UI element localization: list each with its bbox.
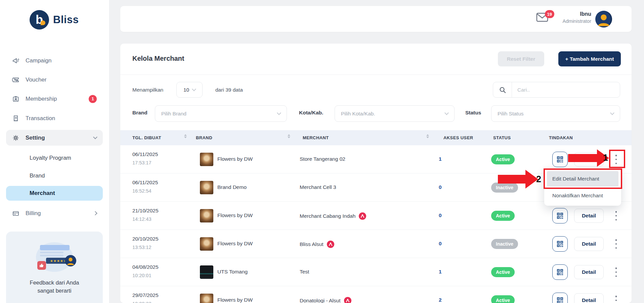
merchant-name: Store Tangerang 02: [300, 156, 345, 162]
user-name: Ibnu: [563, 11, 591, 17]
merchant-name: Test: [300, 269, 309, 275]
kota-filter-select[interactable]: Pilih Kota/Kab.: [335, 105, 455, 122]
app-logo[interactable]: b Bliss: [30, 10, 79, 30]
reset-filter-button[interactable]: Reset Filter: [498, 51, 544, 66]
sidebar-item-setting[interactable]: Setting: [6, 130, 103, 146]
detail-button[interactable]: Detail: [574, 293, 604, 303]
sort-toggle[interactable]: [426, 134, 429, 138]
qr-code-button[interactable]: [552, 152, 568, 167]
created-date: 06/11/2025: [132, 180, 158, 186]
menu-item-nonaktifkan-merchant[interactable]: Nonaktifkan Merchant: [547, 188, 618, 203]
created-date: 20/10/2025: [132, 236, 159, 242]
akses-user-count: 0: [439, 212, 442, 218]
brand-name: Flowers by DW: [217, 156, 253, 162]
kebab-menu-button[interactable]: [613, 267, 619, 277]
brand-logo: [200, 294, 213, 303]
search-icon: [493, 82, 512, 97]
qr-code-button[interactable]: [552, 208, 568, 223]
sidebar-item-transaction[interactable]: Transaction: [6, 110, 103, 126]
col-status: STATUS: [493, 135, 511, 140]
kebab-menu-button[interactable]: [613, 295, 619, 303]
sidebar-subitem-label: Loyalty Program: [30, 155, 71, 161]
created-date: 06/11/2025: [132, 151, 158, 157]
search-input[interactable]: [512, 87, 620, 93]
created-time: 10:20:01: [132, 273, 151, 278]
feedback-text: Feedback dari Anda sangat berarti: [6, 279, 103, 295]
sidebar-item-campaign[interactable]: Campaign: [6, 53, 103, 68]
qr-code-icon: [556, 268, 564, 276]
add-merchant-button[interactable]: + Tambah Merchant: [558, 51, 621, 66]
created-date: 04/08/2025: [132, 264, 159, 270]
voucher-icon: [12, 76, 19, 84]
sort-toggle[interactable]: [184, 134, 187, 138]
status-filter-label: Status: [465, 110, 481, 116]
brand-name: UTS Tomang: [217, 269, 248, 275]
qr-code-button[interactable]: [552, 264, 568, 280]
created-time: 13:53:12: [132, 245, 151, 250]
merchant-name: Merchant Cell 3: [300, 184, 336, 190]
membership-badge: 1: [89, 95, 97, 103]
brand-name: Flowers by DW: [217, 241, 253, 247]
created-time: 17:53:17: [132, 160, 151, 165]
sidebar-item-label: Transaction: [26, 115, 97, 122]
divider: [120, 74, 632, 75]
col-merchant: MERCHANT: [303, 135, 329, 140]
brand-filter-label: Brand: [132, 110, 147, 116]
gear-icon: [12, 134, 19, 142]
sidebar-item-label: Setting: [26, 135, 88, 141]
user-info: Ibnu Administrator: [563, 11, 591, 24]
feedback-illustration: ★★★★★: [33, 241, 76, 272]
akses-user-count: 1: [439, 156, 442, 162]
sort-toggle[interactable]: [288, 134, 290, 138]
credit-card-icon: [12, 210, 19, 217]
merchant-name: Merchant Cabang Indah: [300, 212, 366, 220]
sidebar-item-membership[interactable]: Membership 1: [6, 91, 103, 107]
kebab-menu-button[interactable]: [613, 210, 619, 221]
qr-code-button[interactable]: [552, 293, 568, 303]
status-badge: Inactive: [491, 183, 518, 193]
detail-button[interactable]: Detail: [574, 265, 604, 279]
detail-button[interactable]: Detail: [574, 237, 604, 251]
table-row: 04/08/2025 10:20:01 UTS Tomang Test 1 Ac…: [120, 258, 632, 286]
chevron-down-icon: [192, 87, 196, 91]
id-card-icon: [12, 95, 19, 103]
app-logo-text: Bliss: [53, 14, 79, 26]
brand-logo: [200, 265, 213, 279]
table-row: 21/10/2025 14:12:43 Flowers by DW Mercha…: [120, 202, 632, 230]
chevron-down-icon: [277, 111, 281, 115]
qr-code-icon: [556, 212, 564, 220]
notifications-button[interactable]: 19: [536, 13, 551, 26]
sidebar-item-billing[interactable]: Billing: [6, 205, 103, 221]
brand-filter-select[interactable]: Pilih Brand: [155, 105, 287, 122]
user-avatar[interactable]: [595, 11, 612, 28]
qr-code-icon: [556, 155, 564, 163]
sidebar-item-brand[interactable]: Brand: [6, 168, 103, 183]
created-date: 21/10/2025: [132, 208, 159, 214]
detail-button[interactable]: Detail: [574, 209, 604, 223]
sidebar-item-loyalty-program[interactable]: Loyalty Program: [6, 151, 103, 165]
col-tindakan: TINDAKAN: [549, 135, 573, 140]
col-brand: BRAND: [196, 135, 212, 140]
akses-user-count: 0: [439, 241, 442, 247]
created-date: 29/07/2025: [132, 292, 159, 298]
brand-logo: [200, 209, 213, 222]
kota-filter-label: Kota/Kab.: [299, 110, 323, 116]
kebab-menu-button[interactable]: [613, 239, 619, 249]
brand-logo: [200, 153, 213, 166]
sidebar-item-label: Membership: [26, 96, 83, 102]
qr-code-button[interactable]: [552, 236, 568, 252]
annotation-step-1: 1: [603, 153, 608, 163]
table-header: TGL. DIBUAT BRAND MERCHANT AKSES USER ST…: [120, 130, 632, 145]
sidebar-item-voucher[interactable]: Voucher: [6, 72, 103, 88]
megaphone-icon: [12, 57, 19, 64]
status-badge: Inactive: [491, 239, 518, 249]
chevron-down-icon: [444, 111, 449, 115]
total-data-label: dari 39 data: [215, 87, 243, 93]
thumbs-up-icon: [37, 261, 46, 270]
page-size-select[interactable]: 10: [176, 82, 203, 98]
status-filter-select[interactable]: Pilih Status: [491, 105, 620, 122]
sidebar-item-merchant[interactable]: Merchant: [6, 186, 103, 201]
sidebar-item-label: Billing: [26, 210, 88, 217]
feedback-card[interactable]: ★★★★★ Feedback dari Anda sangat berarti: [6, 232, 103, 303]
chevron-down-icon: [610, 111, 614, 115]
